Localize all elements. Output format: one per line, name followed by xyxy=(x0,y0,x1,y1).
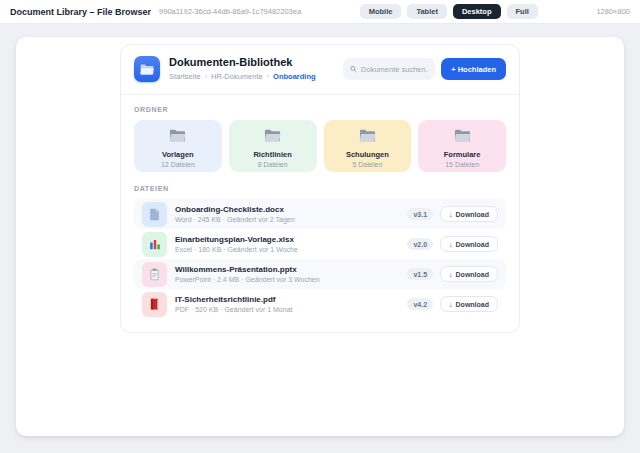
device-button-mobile[interactable]: Mobile xyxy=(360,4,402,19)
version-badge: v2.0 xyxy=(407,238,433,250)
file-info: Einarbeitungsplan-Vorlage.xlsx Excel · 1… xyxy=(175,235,298,253)
bar-chart-icon xyxy=(149,238,161,250)
folder-count: 5 Dateien xyxy=(324,161,412,168)
search-input[interactable] xyxy=(361,65,428,74)
file-meta: PDF · 520 KB · Geändert vor 1 Monat xyxy=(175,306,293,313)
file-type-badge xyxy=(142,232,167,257)
download-label: Download xyxy=(456,241,489,248)
file-meta: PowerPoint · 2.4 MB · Geändert vor 3 Woc… xyxy=(175,276,320,283)
download-label: Download xyxy=(456,211,489,218)
device-button-desktop[interactable]: Desktop xyxy=(453,4,501,19)
file-type-badge xyxy=(142,262,167,287)
file-actions: v1.5 ↓ Download xyxy=(407,266,498,282)
device-button-tablet[interactable]: Tablet xyxy=(407,4,447,19)
document-library-panel: Dokumenten-Bibliothek Startseite › HR-Do… xyxy=(120,44,520,333)
file-name: Einarbeitungsplan-Vorlage.xlsx xyxy=(175,235,298,245)
folder-count: 12 Dateien xyxy=(134,161,222,168)
files-section-label: DATEIEN xyxy=(134,185,506,192)
breadcrumb: Startseite › HR-Dokumente › Onboarding xyxy=(169,72,316,81)
folder-grid: Vorlagen 12 Dateien Richtlinien 8 Dateie… xyxy=(134,120,506,172)
folder-card-richtlinien[interactable]: Richtlinien 8 Dateien xyxy=(229,120,317,172)
file-type-badge xyxy=(142,292,167,317)
search-box[interactable] xyxy=(343,58,435,80)
library-folder-icon xyxy=(134,56,160,82)
folder-name: Vorlagen xyxy=(134,150,222,159)
download-button[interactable]: ↓ Download xyxy=(440,296,498,312)
search-icon xyxy=(350,65,357,73)
file-meta: Excel · 180 KB · Geändert vor 1 Woche xyxy=(175,246,298,253)
file-meta: Word · 245 KB · Geändert vor 2 Tagen xyxy=(175,216,295,223)
folder-icon xyxy=(169,129,186,142)
version-badge: v3.1 xyxy=(407,208,433,220)
version-badge: v1.5 xyxy=(407,268,433,280)
breadcrumb-item-startseite[interactable]: Startseite xyxy=(169,72,201,81)
file-type-badge xyxy=(142,202,167,227)
preview-toolbar: Document Library – File Browser 990a1192… xyxy=(0,0,640,24)
download-icon: ↓ xyxy=(449,211,453,218)
file-info: IT-Sicherheitsrichtlinie.pdf PDF · 520 K… xyxy=(175,295,293,313)
breadcrumb-item-current: Onboarding xyxy=(273,72,316,81)
file-info: Onboarding-Checkliste.docx Word · 245 KB… xyxy=(175,205,295,223)
preview-canvas: Dokumenten-Bibliothek Startseite › HR-Do… xyxy=(16,37,624,436)
download-icon: ↓ xyxy=(449,271,453,278)
session-id: 990a1192-36cd-44db-86a9-1c79482203ea xyxy=(159,7,301,16)
library-header: Dokumenten-Bibliothek Startseite › HR-Do… xyxy=(121,45,519,95)
file-name: Willkommens-Präsentation.pptx xyxy=(175,265,320,275)
upload-button[interactable]: + Hochladen xyxy=(441,58,506,80)
breadcrumb-separator: › xyxy=(267,73,269,80)
file-row-willkommens-praesentation[interactable]: Willkommens-Präsentation.pptx PowerPoint… xyxy=(134,259,506,289)
device-button-full[interactable]: Full xyxy=(507,4,538,19)
download-button[interactable]: ↓ Download xyxy=(440,236,498,252)
device-toggle-group: Mobile Tablet Desktop Full xyxy=(360,4,538,19)
files-section: DATEIEN Onboarding-Checkliste.docx Word … xyxy=(134,185,506,319)
folder-icon xyxy=(454,129,471,142)
library-title: Dokumenten-Bibliothek xyxy=(169,56,316,69)
download-label: Download xyxy=(456,271,489,278)
file-actions: v2.0 ↓ Download xyxy=(407,236,498,252)
folder-card-formulare[interactable]: Formulare 15 Dateien xyxy=(418,120,506,172)
download-button[interactable]: ↓ Download xyxy=(440,206,498,222)
document-icon xyxy=(149,208,160,221)
folders-section-label: ORDNER xyxy=(134,106,506,113)
file-row-einarbeitungsplan[interactable]: Einarbeitungsplan-Vorlage.xlsx Excel · 1… xyxy=(134,229,506,259)
download-icon: ↓ xyxy=(449,241,453,248)
file-info: Willkommens-Präsentation.pptx PowerPoint… xyxy=(175,265,320,283)
folder-card-vorlagen[interactable]: Vorlagen 12 Dateien xyxy=(134,120,222,172)
file-name: IT-Sicherheitsrichtlinie.pdf xyxy=(175,295,293,305)
folder-name: Schulungen xyxy=(324,150,412,159)
clipboard-icon xyxy=(149,268,160,281)
download-button[interactable]: ↓ Download xyxy=(440,266,498,282)
viewport-resolution: 1280×800 xyxy=(596,7,630,16)
book-icon xyxy=(149,298,160,311)
library-body: ORDNER Vorlagen 12 Dateien Richtlinien xyxy=(121,95,519,332)
download-icon: ↓ xyxy=(449,301,453,308)
folder-card-schulungen[interactable]: Schulungen 5 Dateien xyxy=(324,120,412,172)
breadcrumb-separator: › xyxy=(205,73,207,80)
folder-count: 8 Dateien xyxy=(229,161,317,168)
folder-name: Formulare xyxy=(418,150,506,159)
file-name: Onboarding-Checkliste.docx xyxy=(175,205,295,215)
file-actions: v4.2 ↓ Download xyxy=(407,296,498,312)
download-label: Download xyxy=(456,301,489,308)
header-actions: + Hochladen xyxy=(343,56,506,80)
folder-icon xyxy=(140,64,154,75)
folder-name: Richtlinien xyxy=(229,150,317,159)
file-row-onboarding-checkliste[interactable]: Onboarding-Checkliste.docx Word · 245 KB… xyxy=(134,199,506,229)
version-badge: v4.2 xyxy=(407,298,433,310)
folder-icon xyxy=(359,129,376,142)
file-row-it-sicherheitsrichtlinie[interactable]: IT-Sicherheitsrichtlinie.pdf PDF · 520 K… xyxy=(134,289,506,319)
folder-icon xyxy=(264,129,281,142)
folder-count: 15 Dateien xyxy=(418,161,506,168)
breadcrumb-item-hr-dokumente[interactable]: HR-Dokumente xyxy=(211,72,263,81)
file-actions: v3.1 ↓ Download xyxy=(407,206,498,222)
page-title: Document Library – File Browser xyxy=(10,7,151,17)
title-breadcrumb-block: Dokumenten-Bibliothek Startseite › HR-Do… xyxy=(169,56,316,81)
